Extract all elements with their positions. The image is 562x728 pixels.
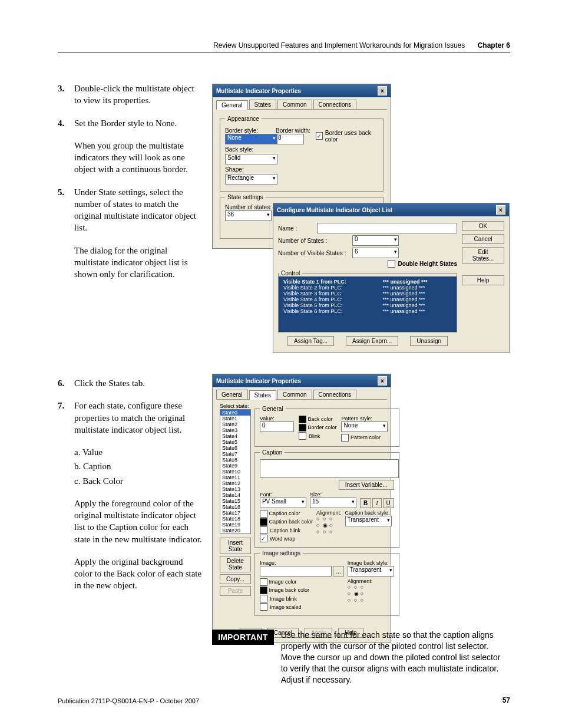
close-icon[interactable]: × xyxy=(378,376,387,386)
cfg-name-input[interactable] xyxy=(317,223,457,233)
size-select[interactable]: 15 xyxy=(310,498,356,508)
insert-variable-button[interactable]: Insert Variable... xyxy=(339,480,394,490)
step-7: 7.For each state, configure these proper… xyxy=(58,400,202,436)
dialog-cfg-title: Configure Multistate Indicator Object Li… xyxy=(277,207,392,213)
step-7c: c. Back Color xyxy=(58,475,202,487)
page-header: Review Unsupported Features and Implemen… xyxy=(213,41,510,50)
tab-connections[interactable]: Connections xyxy=(313,390,357,399)
pattern-style-select[interactable]: None xyxy=(341,421,388,432)
border-width-input[interactable]: 8 xyxy=(276,134,304,144)
cfg-help-button[interactable]: Help xyxy=(462,275,504,285)
step-4-note: When you group the multistate indicators… xyxy=(58,140,202,176)
value-input[interactable]: 0 xyxy=(260,421,294,432)
dialog2-titlebar[interactable]: Multistate Indicator Properties × xyxy=(213,374,391,387)
alignment-label: Alignment: xyxy=(316,510,342,516)
cfg-control-group: Control Visible State 1 from PLC:*** una… xyxy=(278,270,457,332)
caption-textarea[interactable] xyxy=(260,459,399,478)
caption-color-swatch[interactable] xyxy=(260,510,267,518)
cfg-numstates-select[interactable]: 0 xyxy=(352,235,399,246)
dialog1-tabs: General States Common Connections xyxy=(213,97,391,109)
important-text: Use the same font for each state so that… xyxy=(281,630,510,685)
cfg-double-height-checkbox[interactable]: Double Height States xyxy=(388,260,457,268)
tab-general[interactable]: General xyxy=(216,100,248,110)
dialog-multistate-properties-states: Multistate Indicator Properties × Genera… xyxy=(212,374,391,643)
cfg-cancel-button[interactable]: Cancel xyxy=(462,234,504,244)
caption-back-style-label: Caption back style: xyxy=(345,510,392,516)
back-color-label: Back color xyxy=(308,416,332,422)
caption-back-style-select[interactable]: Transparent xyxy=(345,516,392,526)
italic-button[interactable]: I xyxy=(372,498,381,508)
dialog-cfg-titlebar[interactable]: Configure Multistate Indicator Object Li… xyxy=(273,203,509,216)
tab-common[interactable]: Common xyxy=(277,100,312,109)
state-listbox[interactable]: State0 State1State2State3 State4State5St… xyxy=(220,409,251,534)
caption-back-color-swatch[interactable] xyxy=(260,518,267,526)
back-color-swatch[interactable] xyxy=(299,416,306,423)
tab-states[interactable]: States xyxy=(249,390,276,400)
caption-blink-checkbox[interactable]: Caption blink xyxy=(260,526,313,534)
tab-common[interactable]: Common xyxy=(277,390,312,399)
copy-button[interactable]: Copy... xyxy=(220,574,251,584)
image-settings-group: Image settings Image: ... Image color Im… xyxy=(254,550,399,616)
caption-color-label: Caption color xyxy=(269,510,300,516)
step-4: 4.Set the Border style to None. xyxy=(58,117,202,129)
step-7a: a. Value xyxy=(58,446,202,458)
general-legend: General xyxy=(260,406,286,412)
delete-state-button[interactable]: Delete State xyxy=(220,556,251,572)
cfg-numstates-label: Number of States : xyxy=(278,238,349,244)
bold-button[interactable]: B xyxy=(360,498,371,508)
num-states-select[interactable]: 36 xyxy=(225,210,272,221)
underline-button[interactable]: U xyxy=(383,498,394,508)
assign-tag-button[interactable]: Assign Tag... xyxy=(287,336,334,346)
pattern-color-swatch[interactable] xyxy=(341,434,349,442)
state-settings-legend: State settings xyxy=(225,194,266,200)
alignment-grid[interactable]: ○○○○◉○○○○ xyxy=(316,516,342,535)
cfg-control-list[interactable]: Visible State 1 from PLC:*** unassigned … xyxy=(279,276,457,332)
border-color-swatch[interactable] xyxy=(299,424,306,431)
unassign-button[interactable]: Unassign xyxy=(410,336,448,346)
important-note: IMPORTANT Use the same font for each sta… xyxy=(212,630,510,685)
image-settings-legend: Image settings xyxy=(260,550,303,556)
header-chapter: Chapter 6 xyxy=(478,41,510,50)
image-back-style-select[interactable]: Transparent xyxy=(348,566,394,577)
cfg-edit-states-button[interactable]: Edit States... xyxy=(462,247,504,263)
image-label: Image: xyxy=(260,560,344,566)
insert-state-button[interactable]: Insert State xyxy=(220,538,251,554)
word-wrap-checkbox[interactable]: ✓Word wrap xyxy=(260,535,313,542)
close-icon[interactable]: × xyxy=(496,205,505,215)
caption-group: Caption Insert Variable... Font: PV Smal… xyxy=(254,449,399,548)
image-browse-button[interactable]: ... xyxy=(333,566,343,577)
dialog1-title: Multistate Indicator Properties xyxy=(216,88,301,94)
tab-states[interactable]: States xyxy=(249,100,276,109)
blink-checkbox[interactable]: Blink xyxy=(299,432,337,440)
image-input[interactable] xyxy=(260,566,332,577)
tab-general[interactable]: General xyxy=(216,390,248,399)
value-label: Value: xyxy=(260,416,294,421)
image-alignment-grid[interactable]: ○○○○◉○○○○ xyxy=(348,584,394,603)
paste-button[interactable]: Paste xyxy=(220,586,251,596)
assign-exprn-button[interactable]: Assign Exprn... xyxy=(346,336,398,346)
dialog2-title: Multistate Indicator Properties xyxy=(216,378,301,384)
image-scaled-checkbox[interactable]: Image scaled xyxy=(260,603,344,611)
shape-label: Shape: xyxy=(225,166,244,173)
cfg-numvisible-select[interactable]: 6 xyxy=(352,248,399,258)
border-color-label: Border color xyxy=(308,424,336,430)
pattern-color-label: Pattern color xyxy=(351,434,381,440)
tab-connections[interactable]: Connections xyxy=(313,100,357,109)
border-style-select[interactable]: None xyxy=(225,134,277,144)
close-icon[interactable]: × xyxy=(378,86,387,95)
back-style-select[interactable]: Solid xyxy=(225,154,277,164)
image-back-color-label: Image back color xyxy=(269,587,309,593)
border-style-label: Border style: xyxy=(225,127,272,134)
image-back-color-swatch[interactable] xyxy=(260,587,267,594)
cfg-name-label: Name : xyxy=(278,225,313,232)
image-color-swatch[interactable] xyxy=(260,578,267,586)
image-alignment-label: Alignment: xyxy=(348,578,394,584)
cfg-ok-button[interactable]: OK xyxy=(462,221,504,231)
font-label: Font: xyxy=(260,492,306,498)
font-select[interactable]: PV Small xyxy=(260,498,306,508)
caption-legend: Caption xyxy=(260,449,285,456)
border-uses-back-checkbox[interactable]: ✓Border uses back color xyxy=(316,130,378,143)
image-blink-checkbox[interactable]: Image blink xyxy=(260,595,344,602)
dialog1-titlebar[interactable]: Multistate Indicator Properties × xyxy=(213,84,391,97)
shape-select[interactable]: Rectangle xyxy=(225,174,277,185)
